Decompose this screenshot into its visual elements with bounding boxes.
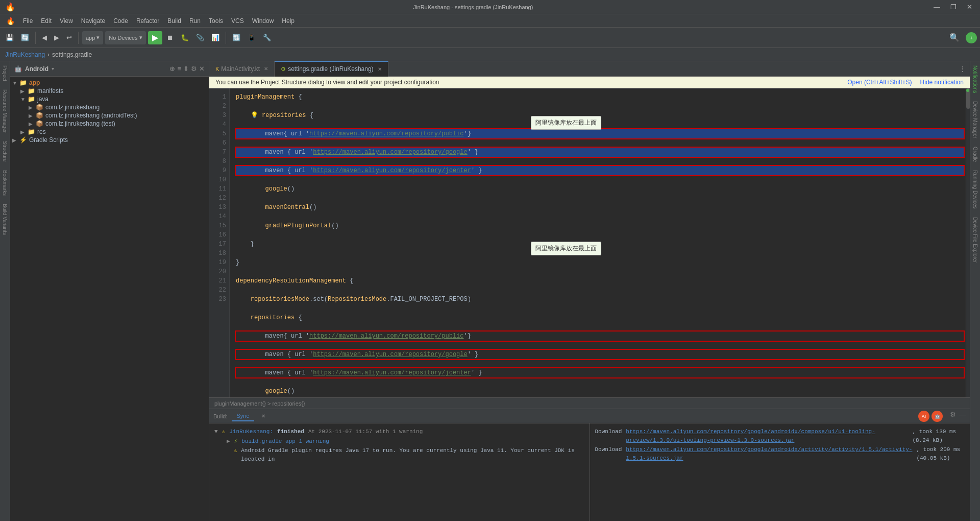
download-link-2[interactable]: https://maven.aliyun.com/repository/goog… [626, 445, 912, 462]
breadcrumb-project[interactable]: JinRuKeshang [5, 51, 45, 58]
tab-close-mainactivity[interactable]: ✕ [264, 66, 268, 72]
tabs-right-menu[interactable]: ⋮ [959, 65, 970, 73]
minimize-button[interactable]: — [931, 3, 943, 11]
log-warning-text: Android Gradle plugin requires Java 17 t… [241, 446, 584, 463]
left-panel-project[interactable]: Project [1, 61, 9, 85]
tree-item-pkg2[interactable]: ▶ 📦 com.lz.jinrukeshang (androidTest) [10, 111, 209, 120]
menu-help[interactable]: Help [278, 14, 299, 28]
project-tree: ▼ 📁 app ▶ 📁 manifests ▼ 📁 java [10, 77, 209, 521]
account-button[interactable]: + [966, 32, 977, 43]
bottom-settings-icon[interactable]: ⚙ [950, 411, 956, 422]
menu-build[interactable]: Build [163, 14, 185, 28]
code-editor[interactable]: 12345 678910 1112131415 1617181920 21222… [209, 88, 970, 397]
sdk-button[interactable]: 🔧 [260, 31, 274, 44]
left-panel-bookmarks[interactable]: Bookmarks [1, 166, 9, 200]
run-button[interactable]: ▶ [148, 31, 162, 44]
close-button[interactable]: ✕ [964, 3, 975, 11]
menu-file[interactable]: File [19, 14, 37, 28]
project-dropdown-arrow[interactable]: ▾ [52, 66, 54, 72]
menu-tools[interactable]: Tools [205, 14, 227, 28]
back-button[interactable]: ◀ [39, 31, 50, 44]
right-panel-notifications[interactable]: Notifications [971, 61, 979, 97]
tab-settings[interactable]: ⚙ settings.gradle (JinRuKeshang) ✕ [275, 61, 388, 77]
menu-edit[interactable]: Edit [37, 14, 56, 28]
tree-item-res[interactable]: ▶ 📁 res [10, 128, 209, 136]
log-finished-label: finished [277, 428, 304, 436]
avd-button[interactable]: 📱 [245, 31, 258, 44]
notification-open-link[interactable]: Open (Ctrl+Alt+Shift+S) [847, 79, 912, 86]
toolbar: 💾 🔄 ◀ ▶ ↩ app ▾ No Devices ▾ ▶ ⏹ 🐛 📎 📊 🔃… [0, 28, 980, 48]
menu-navigate[interactable]: Navigate [77, 14, 109, 28]
sync-button[interactable]: 🔄 [18, 31, 32, 44]
tree-arrow-java: ▼ [20, 97, 28, 102]
project-close-icon[interactable]: ✕ [199, 65, 205, 73]
main-layout: Project Resource Manager Structure Bookm… [0, 61, 980, 521]
project-add-icon[interactable]: ⊕ [169, 65, 175, 73]
attach-button[interactable]: 📎 [193, 31, 207, 44]
right-panel-gradle[interactable]: Gradle [971, 143, 979, 166]
right-panel-device-manager[interactable]: Device Manager [971, 97, 979, 143]
project-settings-icon[interactable]: ⚙ [191, 65, 197, 73]
notification-hide-link[interactable]: Hide notification [920, 79, 964, 86]
menu-window[interactable]: Window [248, 14, 278, 28]
right-panel-running-devices[interactable]: Running Devices [971, 166, 979, 213]
line-numbers: 12345 678910 1112131415 1617181920 21222… [209, 88, 230, 397]
forward-button[interactable]: ▶ [52, 31, 62, 44]
maximize-button[interactable]: ❐ [948, 3, 959, 11]
folder-icon-pkg2: 📦 [36, 112, 43, 119]
close-sync-tab[interactable]: ✕ [256, 412, 271, 420]
tree-item-gradle[interactable]: ▶ ⚡ Gradle Scripts [10, 136, 209, 144]
tree-label-manifests: manifests [37, 87, 63, 94]
tree-item-java[interactable]: ▼ 📁 java [10, 95, 209, 103]
tree-item-pkg1[interactable]: ▶ 📦 com.lz.jinrukeshang [10, 103, 209, 111]
menu-code[interactable]: Code [109, 14, 132, 28]
profile-button[interactable]: 📊 [209, 31, 222, 44]
debug-button[interactable]: 🐛 [178, 31, 191, 44]
download-link-1[interactable]: https://maven.aliyun.com/repository/goog… [626, 428, 908, 444]
tabs-bar: K MainActivity.kt ✕ ⚙ settings.gradle (J… [209, 61, 970, 77]
project-filter-icon[interactable]: ⇕ [183, 65, 189, 73]
log-expand-1[interactable]: ▼ [214, 428, 218, 436]
tab-mainactivity[interactable]: K MainActivity.kt ✕ [209, 61, 275, 77]
devices-selector-arrow: ▾ [139, 34, 142, 41]
download-label-2: Download [595, 445, 622, 462]
left-panel-buildvariants[interactable]: Build Variants [1, 200, 9, 239]
stop-button[interactable]: ⏹ [164, 31, 176, 44]
tree-item-manifests[interactable]: ▶ 📁 manifests [10, 87, 209, 95]
vertical-scrollbar[interactable] [966, 88, 970, 397]
menu-run[interactable]: Run [185, 14, 205, 28]
sync-tab[interactable]: Sync [232, 411, 254, 421]
revert-button[interactable]: ↩ [64, 31, 75, 44]
breadcrumb: JinRuKeshang › settings.gradle [0, 48, 980, 61]
left-panel-resource[interactable]: Resource Manager [1, 85, 9, 137]
devices-selector-label: No Devices [109, 35, 137, 41]
ai-button-2[interactable]: 🤖 [932, 411, 943, 422]
build-log: ▼ ⚠ JinRuKeshang: finished At 2023-11-07… [209, 423, 590, 521]
devices-selector[interactable]: No Devices ▾ [105, 31, 145, 44]
right-log: Download https://maven.aliyun.com/reposi… [590, 423, 970, 521]
search-button[interactable]: 🔍 [949, 33, 960, 42]
save-button[interactable]: 💾 [3, 31, 16, 44]
menu-refactor[interactable]: Refactor [132, 14, 163, 28]
project-sort-icon[interactable]: ≡ [177, 65, 181, 73]
left-panel-structure[interactable]: Structure [1, 137, 9, 166]
tree-item-pkg3[interactable]: ▶ 📦 com.lz.jinrukeshang (test) [10, 120, 209, 128]
bottom-panel: Build: Sync ✕ AI 🤖 ⚙ — ▼ [209, 409, 970, 521]
right-panel-file-explorer[interactable]: Device File Explorer [971, 213, 979, 267]
folder-icon-gradle: ⚡ [19, 136, 27, 144]
log-warn-icon-1: ⚠ [222, 428, 226, 436]
breadcrumb-file[interactable]: settings.gradle [52, 51, 92, 58]
menu-view[interactable]: View [56, 14, 77, 28]
android-project-icon: 🤖 [14, 65, 22, 73]
tab-close-settings[interactable]: ✕ [378, 66, 382, 72]
bottom-minimize-icon[interactable]: — [959, 411, 966, 422]
menu-vcs[interactable]: VCS [227, 14, 248, 28]
ai-button-1[interactable]: AI [918, 411, 929, 422]
title-bar-controls[interactable]: — ❐ ✕ [931, 3, 975, 11]
code-line-8: gradlePluginPortal() [236, 221, 964, 230]
gradle-sync-button[interactable]: 🔃 [230, 31, 243, 44]
app-selector[interactable]: app ▾ [82, 31, 103, 44]
tree-item-app[interactable]: ▼ 📁 app [10, 79, 209, 87]
log-item-warning: ⚠ Android Gradle plugin requires Java 17… [214, 446, 584, 463]
log-expand-2[interactable]: ▶ [227, 437, 230, 446]
